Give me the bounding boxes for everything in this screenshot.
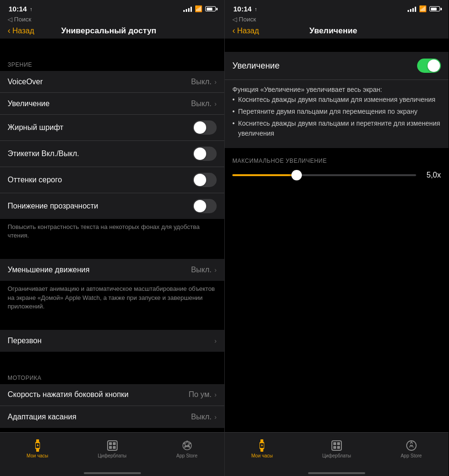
zoom-slider-fill — [232, 174, 297, 176]
chevron-icon: › — [214, 413, 217, 421]
faces-icon-right — [330, 439, 343, 452]
watch-icon-right — [256, 439, 268, 452]
right-panel: 10:14 ↑ 📶 ◁ Поиск ‹ Назад Увеличение — [224, 0, 449, 476]
reduce-motion-item[interactable]: Уменьшение движения Выкл. › — [0, 259, 224, 281]
motor-section-header: МОТОРИКА — [0, 365, 224, 384]
contrast-description: Повысить контрастность текста на некотор… — [0, 219, 224, 246]
nav-title-bar-left: ‹ Назад Универсальный доступ — [0, 24, 224, 39]
tab-label-faces-left: Циферблаты — [98, 453, 127, 458]
svg-rect-22 — [337, 442, 340, 445]
signal-bars-right — [408, 6, 416, 12]
svg-rect-8 — [109, 442, 112, 445]
zoom-slider-track — [232, 174, 416, 176]
tab-label-faces-right: Циферблаты — [322, 453, 351, 458]
voiceover-item[interactable]: VoiceOver Выкл. › — [0, 71, 224, 93]
location-arrow-right: ↑ — [254, 6, 257, 12]
search-label-left: ◁ Поиск — [8, 16, 31, 23]
tab-faces-right[interactable]: Циферблаты — [299, 439, 374, 458]
battery-icon-left — [205, 6, 216, 11]
wifi-icon-left: 📶 — [195, 5, 202, 12]
tab-my-watch-right[interactable]: Мои часы — [225, 439, 299, 458]
status-right-left: 📶 — [183, 5, 216, 12]
svg-rect-21 — [333, 442, 336, 445]
chevron-icon: › — [214, 337, 217, 345]
ring-item[interactable]: Перезвон › — [0, 330, 224, 352]
motion-settings-group: Уменьшение движения Выкл. › — [0, 259, 224, 281]
chevron-icon: › — [214, 100, 217, 108]
chevron-icon: › — [214, 266, 217, 274]
bold-font-item[interactable]: Жирный шрифт — [0, 115, 224, 141]
status-bar-right: 10:14 ↑ 📶 — [225, 0, 449, 15]
tab-faces-left[interactable]: Циферблаты — [75, 439, 150, 458]
max-zoom-section: МАКСИМАЛЬНОЕ УВЕЛИЧЕНИЕ 5,0x — [225, 148, 449, 183]
left-panel: 10:14 ↑ 📶 ◁ Поиск ‹ Назад Универсальный … — [0, 0, 224, 476]
grayscale-toggle[interactable] — [193, 173, 217, 187]
search-label-right: ◁ Поиск — [232, 16, 256, 23]
zoom-slider-value: 5,0x — [422, 171, 441, 179]
tab-bar-right: Мои часы Циферблаты — [225, 432, 449, 470]
search-bar-left: ◁ Поиск — [0, 15, 224, 24]
button-speed-item[interactable]: Скорость нажатия боковой кнопки По ум. › — [0, 384, 224, 406]
zoom-toggle-label: Увеличение — [232, 61, 417, 71]
zoom-description: Функция «Увеличение» увеличивает весь эк… — [225, 80, 449, 148]
bold-font-toggle[interactable] — [193, 120, 217, 135]
zoom-slider-thumb[interactable] — [291, 170, 302, 180]
wifi-icon-right: 📶 — [419, 5, 427, 12]
location-arrow-left: ↑ — [30, 6, 32, 12]
svg-rect-15 — [260, 449, 263, 452]
tab-appstore-left[interactable]: App Store — [150, 439, 224, 458]
tab-my-watch-left[interactable]: Мои часы — [0, 439, 75, 458]
svg-rect-11 — [113, 446, 116, 449]
page-title-left: Универсальный доступ — [34, 26, 183, 36]
svg-rect-10 — [109, 446, 112, 449]
status-time-right: 10:14 ↑ — [233, 5, 257, 13]
labels-item[interactable]: Этикетки Вкл./Выкл. — [0, 141, 224, 167]
reduce-transparency-item[interactable]: Понижение прозрачности — [0, 193, 224, 219]
tab-label-my-watch-right: Мои часы — [251, 453, 273, 458]
faces-icon-left — [106, 439, 119, 452]
svg-rect-24 — [337, 446, 340, 449]
svg-rect-2 — [36, 449, 39, 452]
status-right-right: 📶 — [408, 5, 440, 12]
ring-settings-group: Перезвон › — [0, 330, 224, 352]
status-time-left: 10:14 ↑ — [9, 5, 32, 13]
scroll-content-right[interactable]: Увеличение Функция «Увеличение» увеличив… — [225, 39, 449, 432]
svg-rect-23 — [333, 446, 336, 449]
svg-rect-20 — [332, 441, 341, 450]
max-zoom-slider-container: 5,0x — [232, 171, 441, 179]
home-indicator-right — [308, 472, 365, 474]
chevron-icon: › — [214, 78, 217, 86]
svg-rect-9 — [113, 442, 116, 445]
tab-label-my-watch-left: Мои часы — [27, 453, 48, 458]
back-button-right[interactable]: ‹ Назад — [232, 26, 259, 36]
motor-settings-group: Скорость нажатия боковой кнопки По ум. ›… — [0, 384, 224, 428]
zoom-toggle-section: Увеличение — [225, 52, 449, 80]
signal-bars-left — [183, 6, 192, 12]
back-button-left[interactable]: ‹ Назад — [8, 26, 34, 36]
status-bar-left: 10:14 ↑ 📶 — [0, 0, 224, 15]
chevron-icon: › — [214, 391, 217, 398]
scroll-content-left[interactable]: ЗРЕНИЕ VoiceOver Выкл. › Увеличение Выкл… — [0, 39, 224, 432]
touch-adapt-item[interactable]: Адаптация касания Выкл. › — [0, 406, 224, 428]
tab-label-appstore-right: App Store — [400, 453, 421, 458]
nav-title-bar-right: ‹ Назад Увеличение — [225, 24, 449, 39]
svg-rect-1 — [36, 439, 39, 442]
zoom-toggle[interactable] — [417, 59, 441, 73]
grayscale-item[interactable]: Оттенки серого — [0, 167, 224, 193]
tab-appstore-right[interactable]: App Store — [374, 439, 449, 458]
vision-settings-group: VoiceOver Выкл. › Увеличение Выкл. › Жир… — [0, 71, 224, 219]
appstore-icon-left — [181, 439, 193, 452]
motion-description: Ограничивает анимацию и автоматическое м… — [0, 281, 224, 317]
svg-rect-14 — [260, 439, 263, 442]
zoom-item[interactable]: Увеличение Выкл. › — [0, 93, 224, 115]
watch-icon-left — [31, 439, 44, 452]
vision-section-header: ЗРЕНИЕ — [0, 52, 224, 71]
svg-rect-7 — [108, 441, 117, 450]
home-indicator-left — [84, 472, 141, 474]
max-zoom-header: МАКСИМАЛЬНОЕ УВЕЛИЧЕНИЕ — [232, 158, 441, 164]
page-title-right: Увеличение — [259, 26, 408, 36]
tab-bar-left: Мои часы Циферблаты — [0, 432, 224, 470]
reduce-transparency-toggle[interactable] — [193, 199, 217, 213]
search-bar-right: ◁ Поиск — [225, 15, 449, 24]
labels-toggle[interactable] — [193, 147, 217, 161]
